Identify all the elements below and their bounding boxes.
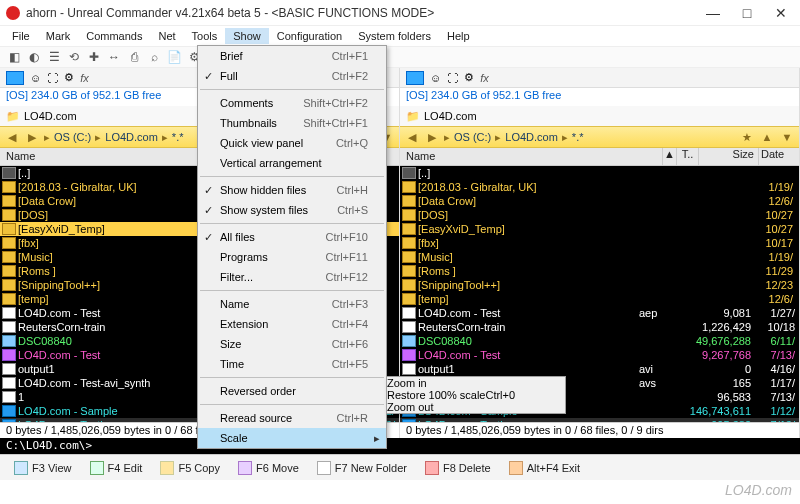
menu-item-all-files[interactable]: ✓All filesCtrl+F10: [198, 227, 386, 247]
menu-item-programs[interactable]: ProgramsCtrl+F11: [198, 247, 386, 267]
fkey-f3-view[interactable]: F3 View: [14, 461, 72, 475]
menu-item-size[interactable]: SizeCtrl+F6: [198, 334, 386, 354]
menu-item-label: Name: [220, 298, 332, 310]
nav-back-icon[interactable]: ◀: [4, 131, 20, 144]
path-down-icon[interactable]: ▼: [779, 131, 795, 143]
tool-icon[interactable]: ✚: [86, 49, 102, 65]
drive-c-icon[interactable]: [406, 71, 424, 85]
drive-icon[interactable]: ⚙: [64, 71, 74, 84]
nav-back-icon[interactable]: ◀: [404, 131, 420, 144]
list-item[interactable]: LO4D.com - Test9,267,7687/13/: [400, 348, 799, 362]
list-item[interactable]: [Music]1/19/: [400, 250, 799, 264]
drive-icon[interactable]: ☺: [30, 72, 41, 84]
tab-label[interactable]: LO4D.com: [424, 110, 477, 122]
tool-icon[interactable]: ☰: [46, 49, 62, 65]
tool-icon[interactable]: 📄: [166, 49, 182, 65]
menu-item-thumbnails[interactable]: ThumbnailsShift+Ctrl+F1: [198, 113, 386, 133]
list-item[interactable]: [SnippingTool++]12/23: [400, 278, 799, 292]
menu-item-show-system-files[interactable]: ✓Show system filesCtrl+S: [198, 200, 386, 220]
list-item[interactable]: DSC0884049,676,2886/11/: [400, 334, 799, 348]
list-item[interactable]: ReutersCorn-train1,226,42910/18: [400, 320, 799, 334]
fkey-f5-copy[interactable]: F5 Copy: [160, 461, 220, 475]
drive-icon[interactable]: ⚙: [464, 71, 474, 84]
tool-icon[interactable]: ◐: [26, 49, 42, 65]
fkey-f8-delete[interactable]: F8 Delete: [425, 461, 491, 475]
minimize-button[interactable]: —: [696, 2, 730, 24]
tool-icon[interactable]: ◧: [6, 49, 22, 65]
menu-configuration[interactable]: Configuration: [269, 28, 350, 44]
menu-item-quick-view-panel[interactable]: Quick view panelCtrl+Q: [198, 133, 386, 153]
menu-item-reread-source[interactable]: Reread sourceCtrl+R: [198, 408, 386, 428]
menu-item-shortcut: Ctrl+Q: [336, 137, 368, 149]
tab-label[interactable]: LO4D.com: [24, 110, 77, 122]
menu-item-label: Time: [220, 358, 332, 370]
tool-icon[interactable]: ⎙: [126, 49, 142, 65]
command-line[interactable]: C:\LO4D.com\>: [0, 438, 800, 454]
menu-system-folders[interactable]: System folders: [350, 28, 439, 44]
fkey-alt-f4-exit[interactable]: Alt+F4 Exit: [509, 461, 581, 475]
list-item[interactable]: [2018.03 - Gibraltar, UK]1/19/: [400, 180, 799, 194]
menu-item-label: Full: [220, 70, 332, 82]
fkey-f4-edit[interactable]: F4 Edit: [90, 461, 143, 475]
path-drive: OS (C:): [454, 131, 491, 143]
column-headers[interactable]: Name ▲ T.. Size Date: [400, 148, 799, 166]
menu-help[interactable]: Help: [439, 28, 478, 44]
menu-item-reversed-order[interactable]: Reversed order: [198, 381, 386, 401]
list-item[interactable]: [fbx]10/17: [400, 236, 799, 250]
submenu-arrow-icon: ▸: [374, 432, 380, 445]
menu-commands[interactable]: Commands: [78, 28, 150, 44]
fkey-icon: [160, 461, 174, 475]
menu-item-filter-[interactable]: Filter...Ctrl+F12: [198, 267, 386, 287]
drive-icon[interactable]: ☺: [430, 72, 441, 84]
fkey-icon: [317, 461, 331, 475]
menu-item-full[interactable]: ✓FullCtrl+F2: [198, 66, 386, 86]
path-star-icon[interactable]: ★: [739, 131, 755, 144]
list-item[interactable]: output1avi04/16/: [400, 362, 799, 376]
app-icon: [6, 6, 20, 20]
menu-item-comments[interactable]: CommentsShift+Ctrl+F2: [198, 93, 386, 113]
menu-item-brief[interactable]: BriefCtrl+F1: [198, 46, 386, 66]
menu-show[interactable]: Show: [225, 28, 269, 44]
maximize-button[interactable]: □: [730, 2, 764, 24]
menu-net[interactable]: Net: [150, 28, 183, 44]
list-item[interactable]: [Data Crow]12/6/: [400, 194, 799, 208]
close-button[interactable]: ✕: [764, 2, 798, 24]
menu-tools[interactable]: Tools: [184, 28, 226, 44]
tool-icon[interactable]: ⟲: [66, 49, 82, 65]
menu-item-name[interactable]: NameCtrl+F3: [198, 294, 386, 314]
list-item[interactable]: [EasyXviD_Temp]10/27: [400, 222, 799, 236]
menu-item-show-hidden-files[interactable]: ✓Show hidden filesCtrl+H: [198, 180, 386, 200]
tool-icon[interactable]: ↔: [106, 49, 122, 65]
menu-item-shortcut: Shift+Ctrl+F1: [303, 117, 368, 129]
path-bar[interactable]: ◀ ▶ ▸ OS (C:) ▸ LO4D.com ▸ *.* ★ ▲ ▼: [400, 126, 799, 148]
submenu-item-zoom-in[interactable]: Zoom in: [387, 377, 565, 389]
tool-icon[interactable]: ⌕: [146, 49, 162, 65]
check-icon: ✓: [204, 204, 213, 217]
nav-fwd-icon[interactable]: ▶: [24, 131, 40, 144]
menu-mark[interactable]: Mark: [38, 28, 78, 44]
menu-item-time[interactable]: TimeCtrl+F5: [198, 354, 386, 374]
drive-icon[interactable]: ⛶: [447, 72, 458, 84]
show-menu-dropdown[interactable]: BriefCtrl+F1✓FullCtrl+F2CommentsShift+Ct…: [197, 45, 387, 449]
menu-item-scale[interactable]: Scale▸: [198, 428, 386, 448]
nav-fwd-icon[interactable]: ▶: [424, 131, 440, 144]
fkey-f7-new-folder[interactable]: F7 New Folder: [317, 461, 407, 475]
list-item[interactable]: LO4D.com - Testing995,3827/13/: [400, 418, 799, 422]
fkey-f6-move[interactable]: F6 Move: [238, 461, 299, 475]
list-item[interactable]: [..]: [400, 166, 799, 180]
menu-file[interactable]: File: [4, 28, 38, 44]
file-icon: [402, 265, 416, 277]
list-item[interactable]: [temp]12/6/: [400, 292, 799, 306]
list-item[interactable]: [DOS]10/27: [400, 208, 799, 222]
drive-icon[interactable]: ⛶: [47, 72, 58, 84]
menu-item-extension[interactable]: ExtensionCtrl+F4: [198, 314, 386, 334]
drive-c-icon[interactable]: [6, 71, 24, 85]
submenu-item-restore-100-scale[interactable]: Restore 100% scaleCtrl+0: [387, 389, 565, 401]
path-up-icon[interactable]: ▲: [759, 131, 775, 143]
list-item[interactable]: LO4D.com - Testaep9,0811/27/: [400, 306, 799, 320]
submenu-item-zoom-out[interactable]: Zoom out: [387, 401, 565, 413]
scale-submenu[interactable]: Zoom inRestore 100% scaleCtrl+0Zoom out: [386, 376, 566, 414]
menu-item-shortcut: Ctrl+F10: [326, 231, 369, 243]
list-item[interactable]: [Roms ]11/29: [400, 264, 799, 278]
menu-item-vertical-arrangement[interactable]: Vertical arrangement: [198, 153, 386, 173]
